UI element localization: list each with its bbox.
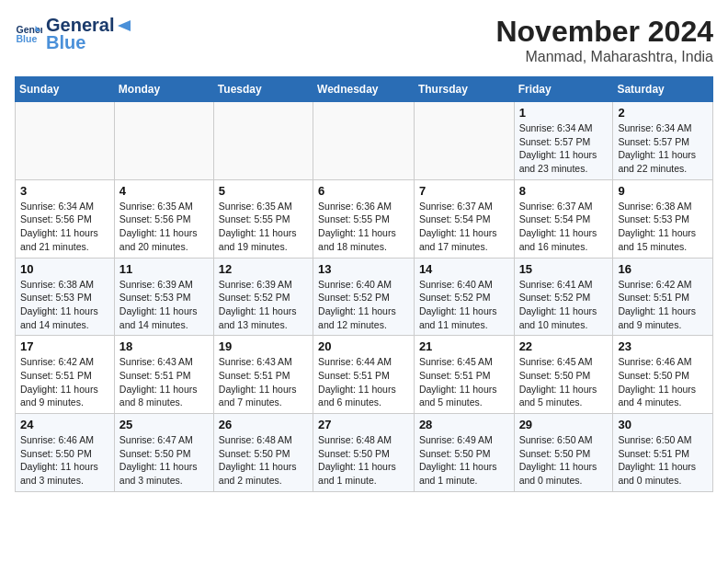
day-info: Sunrise: 6:39 AMSunset: 5:53 PMDaylight:… xyxy=(119,278,209,332)
calendar-cell: 30Sunrise: 6:50 AMSunset: 5:51 PMDayligh… xyxy=(613,414,713,492)
day-info: Sunrise: 6:43 AMSunset: 5:51 PMDaylight:… xyxy=(119,355,209,409)
day-number: 3 xyxy=(20,184,109,198)
column-header-sunday: Sunday xyxy=(16,77,115,102)
calendar-cell: 9Sunrise: 6:38 AMSunset: 5:53 PMDaylight… xyxy=(613,179,713,258)
page-header: General Blue General Blue November 2024 … xyxy=(15,15,713,65)
day-number: 30 xyxy=(618,418,708,431)
calendar-cell: 12Sunrise: 6:39 AMSunset: 5:52 PMDayligh… xyxy=(213,258,313,336)
day-number: 5 xyxy=(219,184,308,198)
day-number: 16 xyxy=(618,262,708,276)
calendar-cell: 21Sunrise: 6:45 AMSunset: 5:51 PMDayligh… xyxy=(414,336,514,414)
calendar-cell xyxy=(16,102,115,180)
calendar-week-row: 10Sunrise: 6:38 AMSunset: 5:53 PMDayligh… xyxy=(16,258,713,336)
calendar-cell: 14Sunrise: 6:40 AMSunset: 5:52 PMDayligh… xyxy=(414,258,514,336)
day-info: Sunrise: 6:35 AMSunset: 5:55 PMDaylight:… xyxy=(219,200,308,254)
day-info: Sunrise: 6:37 AMSunset: 5:54 PMDaylight:… xyxy=(419,200,509,254)
day-number: 12 xyxy=(219,262,308,276)
day-number: 26 xyxy=(219,418,308,431)
day-info: Sunrise: 6:49 AMSunset: 5:50 PMDaylight:… xyxy=(419,433,509,488)
day-number: 7 xyxy=(419,184,509,198)
day-number: 22 xyxy=(519,339,609,353)
column-header-saturday: Saturday xyxy=(613,77,713,102)
day-number: 23 xyxy=(618,339,708,353)
day-info: Sunrise: 6:45 AMSunset: 5:50 PMDaylight:… xyxy=(519,355,609,409)
calendar-cell: 6Sunrise: 6:36 AMSunset: 5:55 PMDaylight… xyxy=(313,179,415,258)
calendar-table: SundayMondayTuesdayWednesdayThursdayFrid… xyxy=(15,76,713,492)
day-number: 11 xyxy=(119,262,209,276)
day-number: 9 xyxy=(618,184,708,198)
day-number: 21 xyxy=(419,339,509,353)
month-title: November 2024 xyxy=(495,15,713,49)
day-info: Sunrise: 6:35 AMSunset: 5:56 PMDaylight:… xyxy=(119,200,209,254)
calendar-cell: 29Sunrise: 6:50 AMSunset: 5:50 PMDayligh… xyxy=(514,414,613,492)
calendar-cell: 28Sunrise: 6:49 AMSunset: 5:50 PMDayligh… xyxy=(414,414,514,492)
day-info: Sunrise: 6:38 AMSunset: 5:53 PMDaylight:… xyxy=(20,278,109,332)
calendar-cell xyxy=(313,102,415,180)
calendar-cell: 19Sunrise: 6:43 AMSunset: 5:51 PMDayligh… xyxy=(213,336,313,414)
day-info: Sunrise: 6:43 AMSunset: 5:51 PMDaylight:… xyxy=(219,355,308,409)
day-info: Sunrise: 6:45 AMSunset: 5:51 PMDaylight:… xyxy=(419,355,509,409)
day-number: 6 xyxy=(318,184,409,198)
calendar-cell: 24Sunrise: 6:46 AMSunset: 5:50 PMDayligh… xyxy=(16,414,115,492)
calendar-cell: 16Sunrise: 6:42 AMSunset: 5:51 PMDayligh… xyxy=(613,258,713,336)
day-number: 14 xyxy=(419,262,509,276)
day-info: Sunrise: 6:50 AMSunset: 5:50 PMDaylight:… xyxy=(519,433,609,488)
calendar-cell xyxy=(114,102,213,180)
day-number: 19 xyxy=(219,339,308,353)
logo: General Blue General Blue xyxy=(15,15,134,53)
day-number: 15 xyxy=(519,262,609,276)
calendar-cell: 8Sunrise: 6:37 AMSunset: 5:54 PMDaylight… xyxy=(514,179,613,258)
day-number: 10 xyxy=(20,262,109,276)
day-info: Sunrise: 6:38 AMSunset: 5:53 PMDaylight:… xyxy=(618,200,708,254)
calendar-cell: 15Sunrise: 6:41 AMSunset: 5:52 PMDayligh… xyxy=(514,258,613,336)
day-number: 29 xyxy=(519,418,609,431)
calendar-cell: 25Sunrise: 6:47 AMSunset: 5:50 PMDayligh… xyxy=(114,414,213,492)
title-section: November 2024 Manmad, Maharashtra, India xyxy=(495,15,713,65)
calendar-week-row: 3Sunrise: 6:34 AMSunset: 5:56 PMDaylight… xyxy=(16,179,713,258)
day-info: Sunrise: 6:50 AMSunset: 5:51 PMDaylight:… xyxy=(618,433,708,488)
day-number: 17 xyxy=(20,339,109,353)
calendar-cell: 5Sunrise: 6:35 AMSunset: 5:55 PMDaylight… xyxy=(213,179,313,258)
calendar-cell: 4Sunrise: 6:35 AMSunset: 5:56 PMDaylight… xyxy=(114,179,213,258)
day-info: Sunrise: 6:34 AMSunset: 5:56 PMDaylight:… xyxy=(20,200,109,254)
day-info: Sunrise: 6:48 AMSunset: 5:50 PMDaylight:… xyxy=(219,433,308,488)
calendar-cell: 18Sunrise: 6:43 AMSunset: 5:51 PMDayligh… xyxy=(114,336,213,414)
day-number: 20 xyxy=(318,339,409,353)
column-header-tuesday: Tuesday xyxy=(213,77,313,102)
day-info: Sunrise: 6:42 AMSunset: 5:51 PMDaylight:… xyxy=(618,278,708,332)
day-info: Sunrise: 6:37 AMSunset: 5:54 PMDaylight:… xyxy=(519,200,609,254)
calendar-week-row: 24Sunrise: 6:46 AMSunset: 5:50 PMDayligh… xyxy=(16,414,713,492)
day-info: Sunrise: 6:42 AMSunset: 5:51 PMDaylight:… xyxy=(20,355,109,409)
calendar-cell: 1Sunrise: 6:34 AMSunset: 5:57 PMDaylight… xyxy=(514,102,613,180)
day-number: 18 xyxy=(119,339,209,353)
svg-text:Blue: Blue xyxy=(17,33,38,44)
column-header-friday: Friday xyxy=(514,77,613,102)
calendar-week-row: 17Sunrise: 6:42 AMSunset: 5:51 PMDayligh… xyxy=(16,336,713,414)
calendar-cell: 3Sunrise: 6:34 AMSunset: 5:56 PMDaylight… xyxy=(16,179,115,258)
calendar-cell: 20Sunrise: 6:44 AMSunset: 5:51 PMDayligh… xyxy=(313,336,415,414)
day-info: Sunrise: 6:34 AMSunset: 5:57 PMDaylight:… xyxy=(519,121,609,176)
day-number: 27 xyxy=(318,418,409,431)
day-info: Sunrise: 6:46 AMSunset: 5:50 PMDaylight:… xyxy=(618,355,708,409)
day-info: Sunrise: 6:39 AMSunset: 5:52 PMDaylight:… xyxy=(219,278,308,332)
day-number: 25 xyxy=(119,418,209,431)
location-subtitle: Manmad, Maharashtra, India xyxy=(495,49,713,65)
calendar-cell xyxy=(414,102,514,180)
day-number: 24 xyxy=(20,418,109,431)
svg-marker-3 xyxy=(118,20,131,31)
day-info: Sunrise: 6:34 AMSunset: 5:57 PMDaylight:… xyxy=(618,121,708,176)
day-info: Sunrise: 6:41 AMSunset: 5:52 PMDaylight:… xyxy=(519,278,609,332)
calendar-cell: 7Sunrise: 6:37 AMSunset: 5:54 PMDaylight… xyxy=(414,179,514,258)
calendar-week-row: 1Sunrise: 6:34 AMSunset: 5:57 PMDaylight… xyxy=(16,102,713,180)
day-info: Sunrise: 6:40 AMSunset: 5:52 PMDaylight:… xyxy=(318,278,409,332)
day-number: 1 xyxy=(519,106,609,120)
day-info: Sunrise: 6:46 AMSunset: 5:50 PMDaylight:… xyxy=(20,433,109,488)
day-info: Sunrise: 6:47 AMSunset: 5:50 PMDaylight:… xyxy=(119,433,209,488)
day-number: 28 xyxy=(419,418,509,431)
calendar-cell: 2Sunrise: 6:34 AMSunset: 5:57 PMDaylight… xyxy=(613,102,713,180)
day-number: 2 xyxy=(618,106,708,120)
day-number: 8 xyxy=(519,184,609,198)
day-info: Sunrise: 6:40 AMSunset: 5:52 PMDaylight:… xyxy=(419,278,509,332)
column-header-wednesday: Wednesday xyxy=(313,77,415,102)
day-info: Sunrise: 6:48 AMSunset: 5:50 PMDaylight:… xyxy=(318,433,409,488)
